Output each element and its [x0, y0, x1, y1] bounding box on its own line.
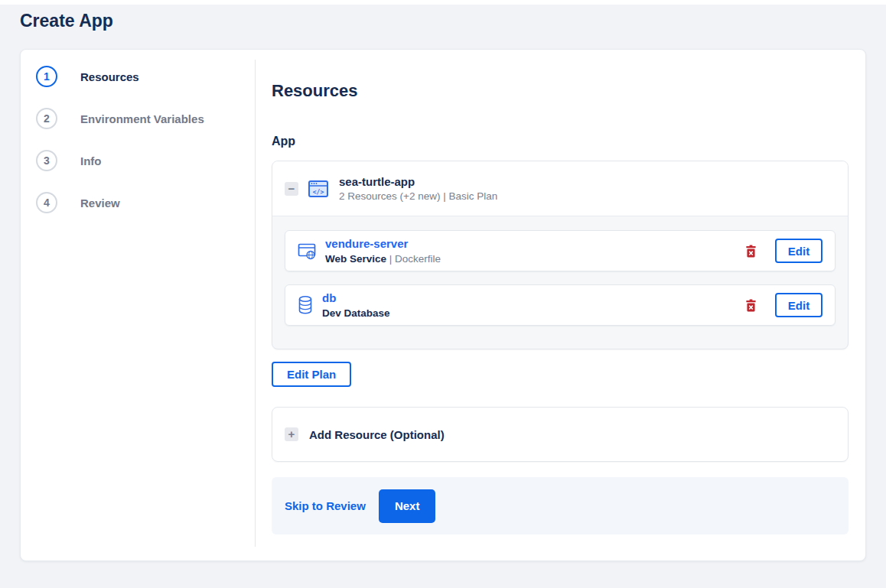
collapse-button[interactable]: − — [285, 182, 298, 196]
next-button[interactable]: Next — [379, 489, 436, 523]
resource-row-database: db Dev Database Edit — [285, 284, 836, 326]
step-label: Resources — [80, 70, 139, 83]
edit-resource-button[interactable]: Edit — [775, 239, 822, 263]
app-group-header: − </> sea-turtle-app 2 Resources (+2 new… — [272, 161, 848, 216]
step-resources[interactable]: 1 Resources — [36, 66, 256, 87]
content-heading: Resources — [272, 81, 849, 101]
app-group-card: − </> sea-turtle-app 2 Resources (+2 new… — [272, 161, 849, 349]
top-bar — [0, 0, 886, 5]
svg-text:</>: </> — [313, 188, 324, 195]
steps-sidebar: 1 Resources 2 Environment Variables 3 In… — [21, 50, 256, 560]
page-title: Create App — [20, 9, 886, 32]
app-summary: 2 Resources (+2 new) | Basic Plan — [339, 190, 497, 202]
step-label: Review — [80, 197, 120, 210]
app-name: sea-turtle-app — [339, 175, 497, 188]
app-section-label: App — [272, 135, 849, 148]
resource-name-link[interactable]: db — [322, 291, 336, 304]
resource-detail: | Dockerfile — [389, 253, 441, 265]
resource-row-web-service: vendure-server Web Service | Dockerfile — [285, 230, 836, 271]
edit-resource-button[interactable]: Edit — [775, 293, 822, 317]
resources-step-content: Resources App − </> sea-turtle-app — [256, 50, 865, 560]
delete-resource-icon[interactable] — [745, 245, 757, 258]
app-group-titles: sea-turtle-app 2 Resources (+2 new) | Ba… — [339, 175, 497, 202]
resource-subtitle: Web Service | Dockerfile — [325, 253, 441, 265]
app-window-code-icon: </> — [308, 178, 329, 200]
edit-plan-button[interactable]: Edit Plan — [272, 362, 351, 387]
delete-resource-icon[interactable] — [745, 299, 757, 312]
database-icon — [298, 295, 313, 315]
step-number-badge: 3 — [36, 150, 57, 171]
resource-subtitle: Dev Database — [322, 307, 390, 319]
step-info[interactable]: 3 Info — [36, 150, 256, 171]
step-number-badge: 4 — [36, 192, 57, 213]
resource-type: Web Service — [325, 253, 386, 265]
create-app-panel: 1 Resources 2 Environment Variables 3 In… — [20, 49, 866, 561]
step-label: Environment Variables — [80, 112, 204, 125]
skip-to-review-link[interactable]: Skip to Review — [285, 499, 366, 512]
web-service-icon — [298, 242, 316, 260]
step-number-badge: 1 — [36, 66, 57, 87]
step-number-badge: 2 — [36, 108, 57, 129]
add-resource-section[interactable]: + Add Resource (Optional) — [272, 407, 849, 462]
step-environment-variables[interactable]: 2 Environment Variables — [36, 108, 256, 129]
resource-name-link[interactable]: vendure-server — [325, 237, 408, 250]
resource-text: vendure-server Web Service | Dockerfile — [325, 237, 441, 265]
step-label: Info — [80, 154, 102, 167]
step-review[interactable]: 4 Review — [36, 192, 256, 213]
resource-text: db Dev Database — [322, 291, 390, 319]
add-resource-label: Add Resource (Optional) — [309, 428, 445, 441]
plus-icon[interactable]: + — [285, 427, 298, 441]
resource-type: Dev Database — [322, 307, 390, 319]
resource-list: vendure-server Web Service | Dockerfile — [272, 216, 848, 349]
wizard-footer: Skip to Review Next — [272, 477, 849, 534]
